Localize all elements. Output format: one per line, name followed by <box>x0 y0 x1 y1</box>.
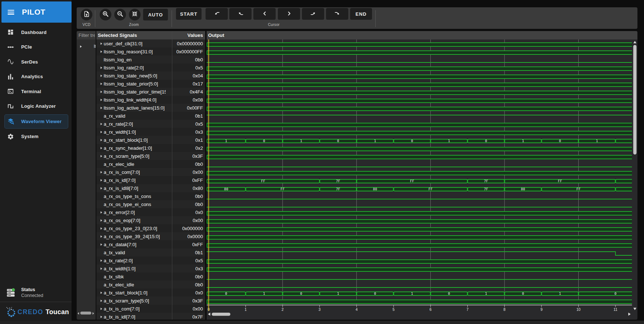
signal-row[interactable]: a_rx_width[1:0]0x3 <box>96 128 205 136</box>
signal-row[interactable]: user_def_clk[31:0]0x00000000 <box>96 39 205 47</box>
expander-arrow-icon[interactable] <box>99 90 104 94</box>
expander-arrow-icon[interactable] <box>99 74 104 77</box>
expander-arrow-icon[interactable] <box>99 299 104 302</box>
signal-row[interactable]: ltssm_log_reason[31:0]0x000000FF <box>96 47 205 56</box>
zoom-auto-button[interactable]: AUTO <box>143 9 168 20</box>
signal-row[interactable]: a_rx_os_type_ei_cons0b0 <box>96 200 205 208</box>
sidebar-item-analytics[interactable]: Analytics <box>0 69 72 84</box>
signal-row[interactable]: a_tx_start_block[1:0]0x0 <box>96 289 205 297</box>
signal-row[interactable]: ltssm_log_rate[2:0]0x5 <box>96 64 205 72</box>
expander-arrow-icon[interactable] <box>99 42 104 45</box>
signal-row[interactable]: a_rx_error[2:0]0x0 <box>96 208 205 216</box>
sidebar-item-pcie[interactable]: PCIe <box>0 40 72 55</box>
signal-row[interactable]: a_rx_os_eop[7:0]0x00 <box>96 216 205 224</box>
filter-hscroll-thumb[interactable] <box>80 312 91 315</box>
cursor-start-button[interactable]: START <box>176 8 202 20</box>
waveform-canvas[interactable]: 10101010101FF7FFF7FFF80FF7F80FF7F80FF010… <box>207 39 637 320</box>
zoom-in-button[interactable] <box>100 9 111 20</box>
expander-arrow-icon[interactable] <box>99 146 104 150</box>
expander-arrow-icon[interactable] <box>99 138 104 142</box>
wave-hscrollbar[interactable] <box>208 313 631 316</box>
signal-row[interactable]: a_tx_width[1:0]0x3 <box>96 264 205 272</box>
signal-row[interactable]: a_tx_rate[2:0]0x5 <box>96 256 205 264</box>
expander-arrow-icon[interactable] <box>99 106 104 110</box>
signal-row[interactable]: ltssm_log_active_lanes[15:0]0x00FF <box>96 104 205 112</box>
sidebar-item-logic-analyzer[interactable]: Logic Analyzer <box>0 99 72 114</box>
scroll-up-icon[interactable] <box>633 41 636 43</box>
expander-arrow-icon[interactable] <box>99 82 104 85</box>
expander-arrow-icon[interactable] <box>99 243 104 246</box>
expander-arrow-icon[interactable] <box>99 50 104 53</box>
expander-arrow-icon[interactable] <box>99 66 104 69</box>
scroll-down-icon[interactable] <box>633 308 636 310</box>
zoom-out-button[interactable] <box>114 9 126 20</box>
scroll-left-icon[interactable] <box>77 310 80 316</box>
wave-vscroll-thumb[interactable] <box>633 45 637 155</box>
expander-arrow-icon[interactable] <box>99 211 104 214</box>
menu-icon[interactable] <box>8 10 14 15</box>
signal-row[interactable]: ltssm_log_state_new[5:0]0x04 <box>96 72 205 80</box>
wave-hscroll-thumb[interactable] <box>212 313 230 316</box>
expander-arrow-icon[interactable] <box>99 315 104 319</box>
expander-arrow-icon[interactable] <box>99 171 104 174</box>
sidebar-item-serdes[interactable]: SerDes <box>0 54 72 69</box>
expander-arrow-icon[interactable] <box>79 43 83 50</box>
scroll-right-icon[interactable] <box>628 313 631 316</box>
sidebar-item-system[interactable]: System <box>0 129 72 144</box>
signal-row[interactable]: a_rx_valid0b1 <box>96 112 205 120</box>
signal-row[interactable]: ltssm_log_link_width[4:0]0x08 <box>96 96 205 104</box>
expander-arrow-icon[interactable] <box>99 291 104 294</box>
signal-row[interactable]: a_rx_os_type_23_0[23:0]0x000000 <box>96 224 205 232</box>
signal-row[interactable]: ltssm_log_state_prior[5:0]0x17 <box>96 80 205 88</box>
signal-row[interactable]: a_rx_start_block[1:0]0x1 <box>96 136 205 144</box>
expander-arrow-icon[interactable] <box>99 130 104 134</box>
signal-row[interactable]: a_rx_sync_header[1:0]0x2 <box>96 144 205 152</box>
signal-row[interactable]: a_rx_is_idl8[7:0]0x80 <box>96 184 205 192</box>
expander-arrow-icon[interactable] <box>99 122 104 126</box>
cursor-prev-transition-button[interactable] <box>253 8 276 20</box>
signal-row[interactable]: a_rx_os_type_39_24[15:0]0x0000 <box>96 232 205 240</box>
filter-hscrollbar[interactable] <box>77 311 95 315</box>
expander-arrow-icon[interactable] <box>99 98 104 102</box>
tree-root-node[interactable]: ltssm <box>77 43 96 49</box>
signal-row[interactable]: a_tx_valid0b1 <box>96 248 205 256</box>
expander-arrow-icon[interactable] <box>99 227 104 230</box>
scroll-left-icon[interactable] <box>208 313 211 316</box>
signal-row[interactable]: a_rx_datak[7:0]0xFF <box>96 240 205 248</box>
signal-row[interactable]: a_rx_scram_type[5:0]0x3F <box>96 152 205 160</box>
cursor-prev-rising-edge-button[interactable] <box>229 8 252 20</box>
cursor-prev-falling-edge-button[interactable] <box>206 8 228 20</box>
expander-arrow-icon[interactable] <box>99 267 104 270</box>
signal-row[interactable]: a_tx_is_idl[7:0]0x7F <box>96 313 205 320</box>
cursor-next-falling-edge-button[interactable] <box>326 8 348 20</box>
signal-row[interactable]: a_rx_is_idl[7:0]0xFF <box>96 176 205 184</box>
wave-vscrollbar[interactable] <box>633 41 637 310</box>
signal-row[interactable]: a_rx_rate[2:0]0x5 <box>96 120 205 128</box>
expander-arrow-icon[interactable] <box>99 179 104 182</box>
cursor-end-button[interactable]: END <box>350 8 372 20</box>
signal-row[interactable]: a_tx_elec_idle0b0 <box>96 281 205 289</box>
cursor-next-transition-button[interactable] <box>278 8 300 20</box>
expander-arrow-icon[interactable] <box>99 307 104 310</box>
sidebar-item-dashboard[interactable]: Dashboard <box>0 25 72 40</box>
vcd-upload-button[interactable] <box>81 9 92 20</box>
signal-row[interactable]: ltssm_log_en0b0 <box>96 56 205 64</box>
expander-arrow-icon[interactable] <box>99 259 104 262</box>
expander-arrow-icon[interactable] <box>99 235 104 238</box>
scroll-right-icon[interactable] <box>92 310 95 316</box>
sidebar-item-waveform-viewer[interactable]: Waveform Viewer <box>4 114 68 129</box>
expander-arrow-icon[interactable] <box>99 187 104 190</box>
column-separator[interactable] <box>172 31 172 320</box>
signal-row[interactable]: ltssm_log_state_prior_time[15:0]0x4F4 <box>96 88 205 96</box>
expander-arrow-icon[interactable] <box>99 219 104 222</box>
expander-arrow-icon[interactable] <box>99 155 104 158</box>
signal-row[interactable]: a_tx_scram_type[5:0]0x3F <box>96 297 205 305</box>
signal-row[interactable]: a_rx_elec_idle0b0 <box>96 160 205 168</box>
sidebar-item-terminal[interactable]: Terminal <box>0 84 72 99</box>
signal-row[interactable]: a_rx_is_com[7:0]0x00 <box>96 168 205 176</box>
zoom-fit-button[interactable] <box>129 9 141 20</box>
cursor-next-rising-edge-button[interactable] <box>302 8 324 20</box>
signal-row[interactable]: a_tx_slbk0b0 <box>96 272 205 281</box>
signal-row[interactable]: a_tx_is_com[7:0]0x00 <box>96 305 205 313</box>
signal-row[interactable]: a_rx_os_type_ts_cons0b0 <box>96 192 205 200</box>
